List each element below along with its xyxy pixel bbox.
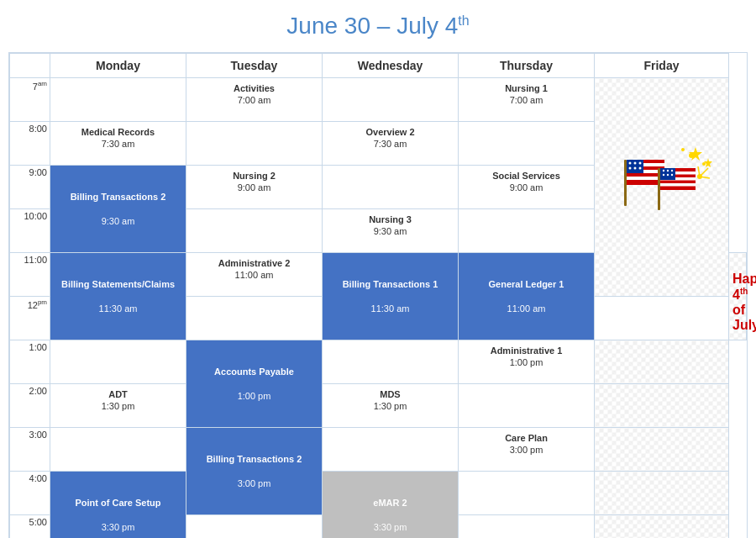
- col-monday: Monday: [50, 54, 186, 78]
- mon-2: ADT 1:30 pm: [50, 384, 186, 428]
- table-row: 4:00 Point of Care Setup 3:30 pm eMAR 2 …: [10, 472, 747, 515]
- svg-marker-4: [704, 158, 712, 167]
- event-overview2: Overview 2 7:30 am: [325, 124, 455, 153]
- time-5: 5:00: [10, 515, 50, 539]
- svg-rect-21: [660, 183, 696, 187]
- svg-rect-10: [627, 160, 643, 173]
- event-nursing2: Nursing 2 9:00 am: [189, 167, 319, 197]
- page-container: June 30 – July 4th Monday Tuesday Wednes…: [0, 0, 756, 538]
- thu-7: Nursing 1 7:00 am: [459, 78, 595, 122]
- event-emar2: eMAR 2 3:30 pm: [325, 473, 455, 538]
- time-10: 10:00: [10, 209, 50, 253]
- event-adt: ADT 1:30 pm: [53, 386, 183, 415]
- time-1: 1:00: [10, 340, 50, 384]
- wed-7: [323, 78, 459, 122]
- time-8: 8:00: [10, 122, 50, 166]
- svg-point-24: [666, 170, 668, 171]
- time-3: 3:00: [10, 428, 50, 472]
- svg-point-23: [662, 170, 664, 171]
- thu-11: General Ledger 1 11:00 am: [459, 253, 595, 340]
- wed-1: [323, 340, 459, 384]
- event-billing-trans2-mon: Billing Transactions 2 9:30 am: [53, 167, 183, 251]
- calendar-table: Monday Tuesday Wednesday Thursday Friday…: [9, 53, 747, 538]
- svg-point-27: [666, 174, 668, 176]
- event-nursing3: Nursing 3 9:30 am: [325, 211, 455, 240]
- tue-8: [186, 122, 323, 166]
- tue-11: Administrative 2 11:00 am: [186, 253, 323, 297]
- col-time: [10, 54, 50, 78]
- wed-11: Billing Transactions 1 11:30 am: [323, 253, 459, 340]
- svg-point-13: [638, 162, 641, 165]
- mon-4: Point of Care Setup 3:30 pm: [50, 472, 186, 539]
- event-activities: Activities 7:00 am: [189, 80, 319, 109]
- tue-1: Accounts Payable 1:00 pm: [186, 340, 323, 428]
- mon-1: [50, 340, 186, 384]
- wed-2: MDS 1:30 pm: [323, 384, 459, 428]
- svg-point-2: [681, 148, 685, 151]
- svg-point-11: [628, 162, 631, 165]
- page-title: June 30 – July 4th: [8, 8, 748, 44]
- svg-point-32: [697, 174, 702, 179]
- col-tuesday: Tuesday: [186, 54, 323, 78]
- time-9: 9:00: [10, 166, 50, 209]
- thu-1: Administrative 1 1:00 pm: [459, 340, 595, 384]
- wed-8: Overview 2 7:30 am: [323, 122, 459, 166]
- fri-4: [595, 472, 729, 515]
- mon-3: [50, 428, 186, 472]
- svg-point-28: [670, 174, 672, 176]
- tue-9: Nursing 2 9:00 am: [186, 166, 323, 209]
- thu-2: [459, 384, 595, 428]
- svg-point-15: [633, 167, 636, 170]
- wed-3: [323, 428, 459, 472]
- mon-11: Billing Statements/Claims 11:30 am: [50, 253, 186, 340]
- svg-point-12: [633, 162, 636, 165]
- fri-11: Happy 4th of July!: [729, 253, 747, 340]
- time-11: 11:00: [10, 253, 50, 297]
- event-billing-trans1: Billing Transactions 1 11:30 am: [325, 255, 455, 338]
- event-mds: MDS 1:30 pm: [325, 386, 455, 415]
- holiday-illustration: [607, 143, 717, 231]
- col-thursday: Thursday: [459, 54, 595, 78]
- wed-9: [323, 166, 459, 209]
- svg-point-25: [670, 170, 672, 171]
- svg-rect-17: [658, 168, 660, 210]
- fri-5: [595, 515, 729, 539]
- table-row: 2:00 ADT 1:30 pm MDS 1:30 pm: [10, 384, 747, 428]
- event-care-plan: Care Plan 3:00 pm: [461, 430, 591, 459]
- fri-3: [595, 428, 729, 472]
- event-admin1: Administrative 1 1:00 pm: [461, 342, 591, 372]
- tue-7: Activities 7:00 am: [186, 78, 323, 122]
- tue-3: Billing Transactions 2 3:00 pm: [186, 428, 323, 515]
- thu-9: Social Services 9:00 am: [459, 166, 595, 209]
- tue-5: [186, 515, 323, 539]
- event-accounts-payable: Accounts Payable 1:00 pm: [189, 342, 319, 425]
- time-2: 2:00: [10, 384, 50, 428]
- mon-9: Billing Transactions 2 9:30 am: [50, 166, 186, 253]
- col-wednesday: Wednesday: [323, 54, 459, 78]
- svg-rect-5: [624, 160, 627, 206]
- wed-4: eMAR 2 3:30 pm: [323, 472, 459, 539]
- event-admin2: Administrative 2 11:00 am: [189, 255, 319, 284]
- thu-3: Care Plan 3:00 pm: [459, 428, 595, 472]
- event-social-services: Social Services 9:00 am: [461, 167, 591, 197]
- svg-point-1: [702, 162, 706, 166]
- tue-10: [186, 209, 323, 253]
- thu-10: [459, 209, 595, 253]
- table-row: 3:00 Billing Transactions 2 3:00 pm Care…: [10, 428, 747, 472]
- thu-4: [459, 472, 595, 515]
- mon-8: Medical Records 7:30 am: [50, 122, 186, 166]
- svg-point-14: [628, 167, 631, 170]
- event-billing-statements: Billing Statements/Claims 11:30 am: [53, 255, 183, 338]
- event-point-of-care-setup: Point of Care Setup 3:30 pm: [53, 473, 183, 538]
- svg-point-26: [662, 174, 664, 176]
- wed-10: Nursing 3 9:30 am: [323, 209, 459, 253]
- fri-2: [595, 384, 729, 428]
- fri-7: [595, 78, 729, 297]
- thu-8: [459, 122, 595, 166]
- event-medical-records: Medical Records 7:30 am: [53, 124, 183, 153]
- svg-point-16: [638, 167, 641, 170]
- time-7am: 7am: [10, 78, 50, 122]
- table-row: 1:00 Accounts Payable 1:00 pm Administra…: [10, 340, 747, 384]
- thu-5: [459, 515, 595, 539]
- tue-12: [186, 297, 323, 340]
